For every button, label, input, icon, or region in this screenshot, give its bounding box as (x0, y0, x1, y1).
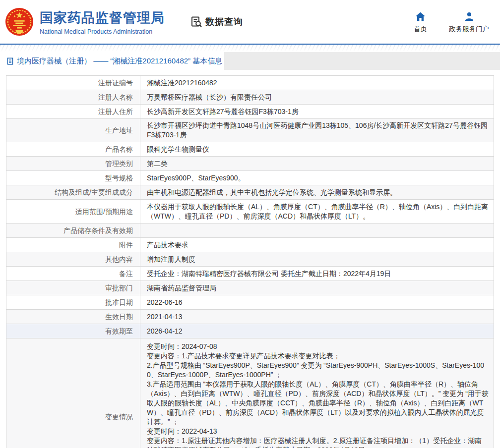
nav-item-home[interactable]: 首页 (414, 12, 427, 34)
row-label: 变更情况 (6, 338, 140, 448)
row-value: 增加注册人制度 (140, 252, 494, 267)
row-label: 型号规格 (6, 171, 140, 185)
registration-info-panel: 注册证编号 湘械注准20212160482 注册人名称 万灵帮桥医疗器械（长沙）… (0, 75, 500, 448)
table-row: 结构及组成/主要组成成分 由主机和电源适配器组成，其中主机包括光学定位系统、光学… (6, 185, 494, 200)
row-value: 眼科光学生物测量仪 (140, 142, 494, 157)
row-value: 长沙市开福区沙坪街道中青路1048号山河医药健康产业园13栋105、106房/长… (140, 119, 494, 142)
table-row: 注册人名称 万灵帮桥医疗器械（长沙）有限责任公司 (6, 90, 494, 105)
table-row: 产品储存条件及有效期 (6, 224, 494, 238)
row-label: 注册证编号 (6, 76, 140, 90)
data-query-label: 数据查询 (205, 16, 243, 28)
nmpa-logo[interactable]: 国家药品监督管理局 National Medical Products Admi… (5, 7, 165, 36)
nav-item-portal[interactable]: 政务服务门户 (449, 12, 489, 34)
user-icon (464, 12, 474, 21)
nav-item-label: 首页 (414, 25, 427, 34)
breadcrumb-tab[interactable]: 境内医疗器械（注册） —— “湘械注准20212160482” 基本信息 (0, 52, 224, 70)
row-value: 变更时间：2024-07-08 变更内容：1.产品技术要求变更详见产品技术要求变… (140, 338, 494, 448)
row-label: 产品名称 (6, 142, 140, 157)
table-row: 适用范围/预期用途 本仪器用于获取人眼的眼轴长度（AL）、角膜厚度（CT）、角膜… (6, 200, 494, 224)
decorative-stripe-band (0, 45, 500, 52)
spacer (0, 70, 500, 75)
row-label: 注册人名称 (6, 90, 140, 105)
row-label: 注册人住所 (6, 105, 140, 119)
table-row: 注册人住所 长沙高新开发区文轩路27号麓谷钰园F3栋703-1房 (6, 105, 494, 119)
table-row: 产品名称 眼科光学生物测量仪 (6, 142, 494, 157)
row-value: 2022-06-16 (140, 295, 494, 310)
registration-info-table: 注册证编号 湘械注准20212160482 注册人名称 万灵帮桥医疗器械（长沙）… (6, 75, 494, 448)
row-value: 由主机和电源适配器组成，其中主机包括光学定位系统、光学测量系统和显示屏。 (140, 185, 494, 200)
table-row: 生产地址 长沙市开福区沙坪街道中青路1048号山河医药健康产业园13栋105、1… (6, 119, 494, 142)
row-value: 2026-04-12 (140, 324, 494, 338)
org-name-cn: 国家药品监督管理局 (40, 9, 165, 27)
breadcrumb-text: 境内医疗器械（注册） —— “湘械注准20212160482” 基本信息 (17, 56, 222, 66)
table-row: 型号规格 StarEyes900P、StarEyes900。 (6, 171, 494, 185)
page-header: 国家药品监督管理局 National Medical Products Admi… (0, 0, 500, 44)
tab-strip: 境内医疗器械（注册） —— “湘械注准20212160482” 基本信息 (0, 52, 500, 70)
row-value: 产品技术要求 (140, 238, 494, 252)
row-label: 管理类别 (6, 157, 140, 171)
row-label: 产品储存条件及有效期 (6, 224, 140, 238)
row-value: 本仪器用于获取人眼的眼轴长度（AL）、角膜厚度（CT）、角膜曲率半径（R）、轴位… (140, 200, 494, 224)
table-row: 生效日期 2021-04-13 (6, 310, 494, 324)
org-name-en: National Medical Products Administration (40, 28, 165, 35)
row-label: 生效日期 (6, 310, 140, 324)
header-nav: 首页 政务服务门户 (414, 12, 489, 34)
row-value: 万灵帮桥医疗器械（长沙）有限责任公司 (140, 90, 494, 105)
breadcrumb-icon (6, 57, 14, 65)
row-value: 湘械注准20212160482 (140, 76, 494, 90)
table-row: 管理类别 第二类 (6, 157, 494, 171)
row-label: 其他内容 (6, 252, 140, 267)
national-emblem-icon (5, 7, 34, 36)
row-label: 生产地址 (6, 119, 140, 142)
row-label: 批准日期 (6, 295, 140, 310)
row-label: 审批部门 (6, 281, 140, 295)
row-value: StarEyes900P、StarEyes900。 (140, 171, 494, 185)
row-value: 长沙高新开发区文轩路27号麓谷钰园F3栋703-1房 (140, 105, 494, 119)
table-row: 变更情况 变更时间：2024-07-08 变更内容：1.产品技术要求变更详见产品… (6, 338, 494, 448)
row-label: 有效期至 (6, 324, 140, 338)
table-row: 有效期至 2026-04-12 (6, 324, 494, 338)
row-value (140, 224, 494, 238)
table-row: 批准日期 2022-06-16 (6, 295, 494, 310)
row-value: 2021-04-13 (140, 310, 494, 324)
org-title-block: 国家药品监督管理局 National Medical Products Admi… (40, 9, 165, 35)
info-table-body: 注册证编号 湘械注准20212160482 注册人名称 万灵帮桥医疗器械（长沙）… (6, 76, 494, 448)
table-row: 注册证编号 湘械注准20212160482 (6, 76, 494, 90)
data-query-icon (190, 16, 202, 28)
row-label: 结构及组成/主要组成成分 (6, 185, 140, 200)
row-label: 适用范围/预期用途 (6, 200, 140, 224)
row-label: 备注 (6, 267, 140, 281)
table-row: 附件 产品技术要求 (6, 238, 494, 252)
row-value: 受托企业：湖南特瑞精密医疗器械有限公司 委托生产截止日期：2022年4月19日 (140, 267, 494, 281)
table-row: 备注 受托企业：湖南特瑞精密医疗器械有限公司 委托生产截止日期：2022年4月1… (6, 267, 494, 281)
row-value: 湖南省药品监督管理局 (140, 281, 494, 295)
row-label: 附件 (6, 238, 140, 252)
home-icon (415, 12, 426, 21)
nav-item-label: 政务服务门户 (449, 25, 489, 34)
data-query-link[interactable]: 数据查询 (190, 16, 243, 28)
table-row: 其他内容 增加注册人制度 (6, 252, 494, 267)
row-value: 第二类 (140, 157, 494, 171)
table-row: 审批部门 湖南省药品监督管理局 (6, 281, 494, 295)
